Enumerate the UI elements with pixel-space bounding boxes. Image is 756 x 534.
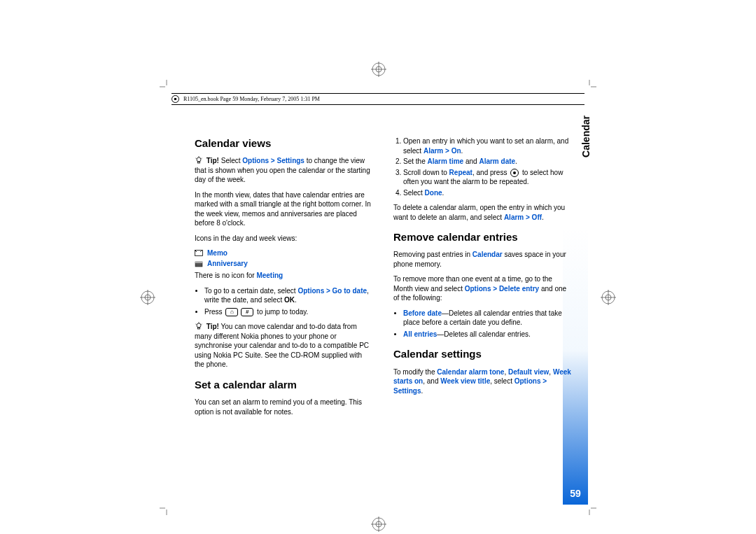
crop-mark-bl — [160, 501, 174, 515]
heading-calendar-settings: Calendar settings — [393, 347, 571, 361]
svg-line-35 — [196, 324, 197, 325]
bullet-list-nav: To go to a certain date, select Options … — [195, 286, 372, 317]
column-left: Calendar views Tip! Select Options > Set… — [195, 136, 372, 422]
scroll-key-icon — [510, 169, 519, 177]
bullet-before-date: Before date—Deletes all calendar entries… — [403, 309, 571, 328]
paragraph-icons-intro: Icons in the day and week views: — [195, 234, 372, 244]
heading-remove-entries: Remove calendar entries — [393, 230, 571, 244]
svg-line-26 — [196, 158, 197, 159]
paragraph-remove-space: Removing past entries in Calendar saves … — [393, 250, 571, 269]
lightbulb-icon — [195, 322, 203, 330]
heading-calendar-views: Calendar views — [195, 136, 372, 150]
page-number: 59 — [563, 488, 588, 499]
steps-set-alarm: Open an entry in which you want to set a… — [393, 136, 571, 197]
book-spine-icon — [172, 95, 179, 103]
bullet-list-delete: Before date—Deletes all calendar entries… — [393, 309, 571, 339]
key-hash-icon: # — [241, 308, 253, 316]
paragraph-month-view: In the month view, dates that have calen… — [195, 190, 372, 228]
column-right: Open an entry in which you want to set a… — [393, 136, 571, 422]
registration-mark-left — [140, 290, 155, 305]
heading-set-alarm: Set a calendar alarm — [195, 378, 372, 392]
tip-label: Tip! — [206, 323, 219, 330]
lightbulb-icon — [195, 156, 203, 164]
framemaker-header: R1105_en.book Page 59 Monday, February 7… — [172, 93, 584, 105]
paragraph-set-alarm: You can set an alarm to remind you of a … — [195, 398, 372, 416]
bullet-jump-today: Press ⌂# to jump to today. — [204, 307, 372, 317]
step-4: Select Done. — [403, 188, 571, 198]
svg-rect-28 — [198, 162, 200, 163]
header-text: R1105_en.book Page 59 Monday, February 7… — [183, 96, 320, 102]
paragraph-delete-alarm: To delete a calendar alarm, open the ent… — [393, 203, 571, 222]
anniversary-icon — [195, 260, 203, 267]
crop-mark-tl — [160, 80, 174, 94]
paragraph-remove-multi: To remove more than one event at a time,… — [393, 274, 571, 303]
bullet-all-entries: All entries—Deletes all calendar entries… — [403, 330, 571, 339]
section-tab: Calendar — [580, 115, 592, 157]
tip-2: Tip! You can move calendar and to-do dat… — [195, 322, 372, 370]
bullet-goto-date: To go to a certain date, select Options … — [204, 286, 372, 305]
svg-line-27 — [202, 158, 202, 159]
legend-anniv-label: Anniversary — [207, 259, 248, 269]
svg-point-24 — [197, 157, 201, 162]
step-3: Scroll down to Repeat, and press to sele… — [403, 168, 571, 187]
registration-mark-top — [371, 62, 386, 77]
paragraph-no-meeting-icon: There is no icon for Meeting — [195, 271, 372, 281]
svg-rect-32 — [195, 262, 202, 263]
svg-line-36 — [202, 324, 202, 325]
svg-point-33 — [197, 323, 201, 328]
tip-label: Tip! — [206, 157, 219, 164]
svg-rect-37 — [198, 328, 200, 329]
crop-mark-tr — [582, 80, 596, 94]
key-voice-icon: ⌂ — [225, 308, 238, 316]
step-1: Open an entry in which you want to set a… — [403, 136, 571, 155]
content-columns: Calendar views Tip! Select Options > Set… — [195, 136, 571, 422]
legend: Memo Anniversary — [195, 248, 372, 268]
memo-icon — [195, 250, 203, 257]
registration-mark-bottom — [371, 517, 386, 532]
registration-mark-right — [601, 290, 616, 305]
step-2: Set the Alarm time and Alarm date. — [403, 157, 571, 167]
paragraph-settings: To modify the Calendar alarm tone, Defau… — [393, 367, 571, 396]
legend-memo-label: Memo — [207, 248, 227, 258]
tip-1: Tip! Select Options > Settings to change… — [195, 156, 372, 185]
